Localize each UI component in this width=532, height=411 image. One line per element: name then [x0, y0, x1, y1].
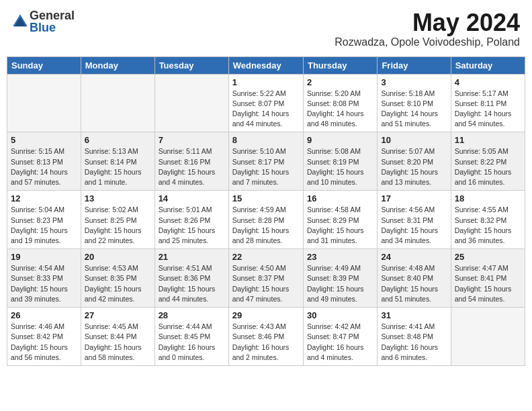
day-number: 24 — [381, 252, 447, 262]
day-cell: 3Sunrise: 5:18 AMSunset: 8:10 PMDaylight… — [378, 74, 451, 132]
day-cell: 1Sunrise: 5:22 AMSunset: 8:07 PMDaylight… — [228, 74, 303, 132]
day-number: 4 — [455, 77, 521, 87]
day-cell: 7Sunrise: 5:11 AMSunset: 8:16 PMDaylight… — [154, 132, 228, 191]
day-cell: 17Sunrise: 4:56 AMSunset: 8:31 PMDayligh… — [378, 191, 451, 249]
day-cell: 14Sunrise: 5:01 AMSunset: 8:26 PMDayligh… — [154, 191, 228, 249]
day-cell: 4Sunrise: 5:17 AMSunset: 8:11 PMDaylight… — [451, 74, 525, 132]
day-cell: 29Sunrise: 4:43 AMSunset: 8:46 PMDayligh… — [228, 308, 303, 366]
month-title: May 2024 — [335, 9, 520, 36]
day-cell: 8Sunrise: 5:10 AMSunset: 8:17 PMDaylight… — [228, 132, 303, 191]
col-header-saturday: Saturday — [451, 56, 525, 74]
logo-text: General Blue — [30, 9, 75, 34]
day-info: Sunrise: 4:50 AMSunset: 8:37 PMDaylight:… — [232, 263, 300, 304]
day-cell — [81, 74, 154, 132]
day-info: Sunrise: 5:11 AMSunset: 8:16 PMDaylight:… — [159, 146, 225, 187]
day-cell: 9Sunrise: 5:08 AMSunset: 8:19 PMDaylight… — [303, 132, 377, 191]
day-cell: 22Sunrise: 4:50 AMSunset: 8:37 PMDayligh… — [228, 249, 303, 308]
day-number: 23 — [307, 252, 373, 262]
day-info: Sunrise: 4:58 AMSunset: 8:29 PMDaylight:… — [307, 205, 373, 246]
week-row-4: 19Sunrise: 4:54 AMSunset: 8:33 PMDayligh… — [7, 249, 525, 308]
week-row-3: 12Sunrise: 5:04 AMSunset: 8:23 PMDayligh… — [7, 191, 525, 249]
day-info: Sunrise: 5:17 AMSunset: 8:11 PMDaylight:… — [455, 89, 521, 130]
day-number: 3 — [381, 77, 447, 87]
logo-icon — [12, 13, 28, 30]
day-number: 8 — [232, 135, 300, 145]
day-number: 12 — [11, 193, 77, 203]
day-info: Sunrise: 5:05 AMSunset: 8:22 PMDaylight:… — [455, 146, 521, 187]
day-cell — [451, 308, 525, 366]
day-info: Sunrise: 5:04 AMSunset: 8:23 PMDaylight:… — [11, 205, 77, 246]
day-number: 22 — [232, 252, 300, 262]
day-number: 17 — [381, 193, 447, 203]
week-row-2: 5Sunrise: 5:15 AMSunset: 8:13 PMDaylight… — [7, 132, 525, 191]
logo-blue: Blue — [30, 21, 75, 34]
day-cell: 2Sunrise: 5:20 AMSunset: 8:08 PMDaylight… — [303, 74, 377, 132]
day-number: 29 — [232, 310, 300, 320]
calendar-table: SundayMondayTuesdayWednesdayThursdayFrid… — [7, 56, 525, 366]
day-info: Sunrise: 4:55 AMSunset: 8:32 PMDaylight:… — [455, 205, 521, 246]
day-info: Sunrise: 4:51 AMSunset: 8:36 PMDaylight:… — [159, 263, 225, 304]
day-number: 16 — [307, 193, 373, 203]
col-header-monday: Monday — [81, 56, 154, 74]
day-number: 7 — [159, 135, 225, 145]
day-number: 30 — [307, 310, 373, 320]
day-cell: 20Sunrise: 4:53 AMSunset: 8:35 PMDayligh… — [81, 249, 154, 308]
day-cell: 18Sunrise: 4:55 AMSunset: 8:32 PMDayligh… — [451, 191, 525, 249]
day-info: Sunrise: 4:41 AMSunset: 8:48 PMDaylight:… — [381, 322, 447, 363]
week-row-5: 26Sunrise: 4:46 AMSunset: 8:42 PMDayligh… — [7, 308, 525, 366]
day-cell: 23Sunrise: 4:49 AMSunset: 8:39 PMDayligh… — [303, 249, 377, 308]
day-cell: 30Sunrise: 4:42 AMSunset: 8:47 PMDayligh… — [303, 308, 377, 366]
day-info: Sunrise: 4:43 AMSunset: 8:46 PMDaylight:… — [232, 322, 300, 363]
day-cell: 11Sunrise: 5:05 AMSunset: 8:22 PMDayligh… — [451, 132, 525, 191]
day-info: Sunrise: 5:20 AMSunset: 8:08 PMDaylight:… — [307, 89, 373, 130]
col-header-tuesday: Tuesday — [154, 56, 228, 74]
day-cell: 28Sunrise: 4:44 AMSunset: 8:45 PMDayligh… — [154, 308, 228, 366]
day-info: Sunrise: 5:10 AMSunset: 8:17 PMDaylight:… — [232, 146, 300, 187]
day-number: 9 — [307, 135, 373, 145]
day-info: Sunrise: 4:44 AMSunset: 8:45 PMDaylight:… — [159, 322, 225, 363]
day-info: Sunrise: 5:13 AMSunset: 8:14 PMDaylight:… — [85, 146, 151, 187]
day-cell: 21Sunrise: 4:51 AMSunset: 8:36 PMDayligh… — [154, 249, 228, 308]
day-number: 11 — [455, 135, 521, 145]
day-cell — [154, 74, 228, 132]
day-info: Sunrise: 4:56 AMSunset: 8:31 PMDaylight:… — [381, 205, 447, 246]
day-info: Sunrise: 4:45 AMSunset: 8:44 PMDaylight:… — [85, 322, 151, 363]
day-info: Sunrise: 4:47 AMSunset: 8:41 PMDaylight:… — [455, 263, 521, 304]
day-info: Sunrise: 5:01 AMSunset: 8:26 PMDaylight:… — [159, 205, 225, 246]
day-number: 15 — [232, 193, 300, 203]
day-info: Sunrise: 4:48 AMSunset: 8:40 PMDaylight:… — [381, 263, 447, 304]
day-cell: 6Sunrise: 5:13 AMSunset: 8:14 PMDaylight… — [81, 132, 154, 191]
week-row-1: 1Sunrise: 5:22 AMSunset: 8:07 PMDaylight… — [7, 74, 525, 132]
day-number: 1 — [232, 77, 300, 87]
logo-general: General — [30, 9, 75, 21]
day-cell — [7, 74, 81, 132]
page-header: General Blue May 2024 Rozwadza, Opole Vo… — [7, 7, 525, 51]
day-number: 18 — [455, 193, 521, 203]
day-number: 26 — [11, 310, 77, 320]
day-number: 6 — [85, 135, 151, 145]
day-number: 19 — [11, 252, 77, 262]
col-header-friday: Friday — [378, 56, 451, 74]
day-info: Sunrise: 4:49 AMSunset: 8:39 PMDaylight:… — [307, 263, 373, 304]
day-number: 5 — [11, 135, 77, 145]
day-cell: 13Sunrise: 5:02 AMSunset: 8:25 PMDayligh… — [81, 191, 154, 249]
day-info: Sunrise: 5:07 AMSunset: 8:20 PMDaylight:… — [381, 146, 447, 187]
day-info: Sunrise: 5:15 AMSunset: 8:13 PMDaylight:… — [11, 146, 77, 187]
day-cell: 19Sunrise: 4:54 AMSunset: 8:33 PMDayligh… — [7, 249, 81, 308]
logo: General Blue — [12, 9, 75, 34]
day-number: 28 — [159, 310, 225, 320]
col-header-wednesday: Wednesday — [228, 56, 303, 74]
day-number: 25 — [455, 252, 521, 262]
day-cell: 12Sunrise: 5:04 AMSunset: 8:23 PMDayligh… — [7, 191, 81, 249]
day-number: 13 — [85, 193, 151, 203]
day-number: 31 — [381, 310, 447, 320]
day-info: Sunrise: 4:42 AMSunset: 8:47 PMDaylight:… — [307, 322, 373, 363]
col-header-sunday: Sunday — [7, 56, 81, 74]
day-cell: 16Sunrise: 4:58 AMSunset: 8:29 PMDayligh… — [303, 191, 377, 249]
location-subtitle: Rozwadza, Opole Voivodeship, Poland — [335, 36, 520, 48]
header-row: SundayMondayTuesdayWednesdayThursdayFrid… — [7, 56, 525, 74]
day-cell: 10Sunrise: 5:07 AMSunset: 8:20 PMDayligh… — [378, 132, 451, 191]
day-info: Sunrise: 5:22 AMSunset: 8:07 PMDaylight:… — [232, 89, 300, 130]
day-number: 10 — [381, 135, 447, 145]
day-info: Sunrise: 4:54 AMSunset: 8:33 PMDaylight:… — [11, 263, 77, 304]
